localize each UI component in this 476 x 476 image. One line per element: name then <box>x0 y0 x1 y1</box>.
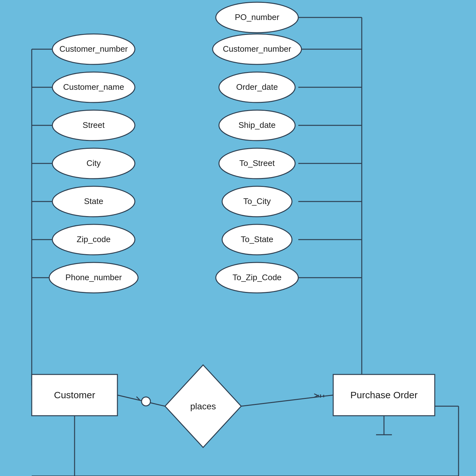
attr-to-street-label: To_Street <box>239 158 275 168</box>
relation-places-label: places <box>190 401 216 411</box>
attr-to-city-label: To_City <box>243 196 271 206</box>
entity-customer-label: Customer <box>54 390 95 400</box>
attr-to-state-label: To_State <box>241 235 274 244</box>
attr-city-label: City <box>87 158 101 168</box>
attr-state-label: State <box>84 196 103 206</box>
attr-order-date-label: Order_date <box>236 82 278 92</box>
attr-ship-date-label: Ship_date <box>238 120 275 130</box>
attr-street-label: Street <box>83 120 105 130</box>
attr-to-zip-code-label: To_Zip_Code <box>233 273 282 282</box>
attr-zip-code-label: Zip_code <box>77 235 111 244</box>
cardinality-circle-customer <box>142 397 150 406</box>
attr-order-customer-number-label: Customer_number <box>223 44 291 54</box>
attr-customer-name-label: Customer_name <box>63 82 124 92</box>
attr-phone-number-label: Phone_number <box>65 273 122 282</box>
attr-customer-number-label: Customer_number <box>59 44 128 54</box>
entity-purchase-order-label: Purchase Order <box>350 390 418 400</box>
attr-po-number-label: PO_number <box>235 12 280 22</box>
